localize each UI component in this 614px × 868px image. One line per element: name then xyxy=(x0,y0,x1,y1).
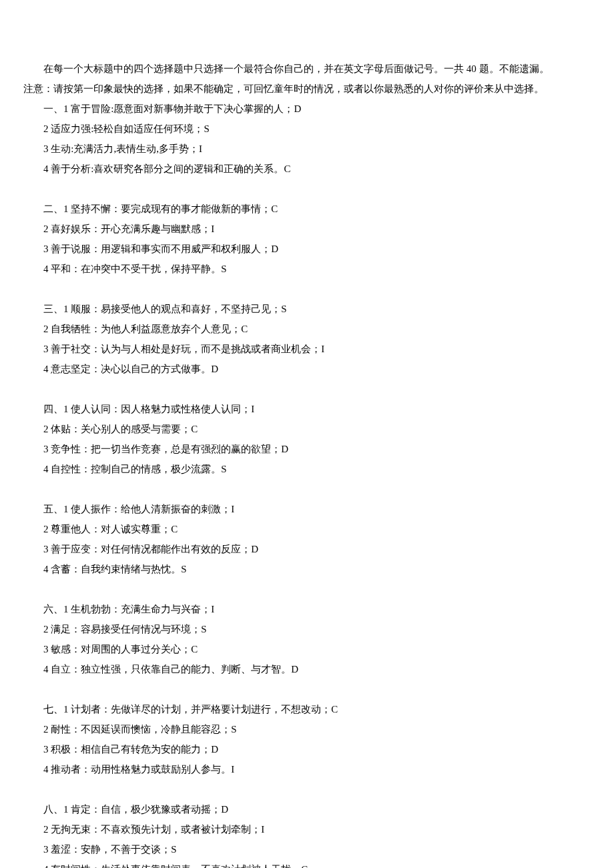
question-group-3: 三、1 顺服：易接受他人的观点和喜好，不坚持己见；S 2 自我牺牲：为他人利益愿… xyxy=(23,299,591,379)
option-text: 4 含蓄：自我约束情绪与热忱。S xyxy=(23,559,591,579)
option-text: 3 善于说服：用逻辑和事实而不用威严和权利服人；D xyxy=(23,239,591,259)
group-separator xyxy=(23,379,591,399)
intro-line-1: 在每一个大标题中的四个选择题中只选择一个最符合你自己的，并在英文字母后面做记号。… xyxy=(23,59,591,79)
option-text: 4 自控性：控制自己的情感，极少流露。S xyxy=(23,459,591,479)
option-text: 七、1 计划者：先做详尽的计划，并严格要计划进行，不想改动；C xyxy=(23,699,591,719)
option-text: 4 有时间性：生活处事依靠时间表，不喜欢计划被人干扰。C xyxy=(23,859,591,868)
option-text: 八、1 肯定：自信，极少犹豫或者动摇；D xyxy=(23,799,591,819)
question-group-4: 四、1 使人认同：因人格魅力或性格使人认同；I 2 体贴：关心别人的感受与需要；… xyxy=(23,399,591,479)
option-text: 3 生动:充满活力,表情生动,多手势；I xyxy=(23,139,591,159)
option-text: 4 善于分析:喜欢研究各部分之间的逻辑和正确的关系。C xyxy=(23,159,591,179)
option-text: 3 善于社交：认为与人相处是好玩，而不是挑战或者商业机会；I xyxy=(23,339,591,359)
option-text: 2 自我牺牲：为他人利益愿意放弃个人意见；C xyxy=(23,319,591,339)
option-text: 2 耐性：不因延误而懊恼，冷静且能容忍；S xyxy=(23,719,591,739)
option-text: 4 平和：在冲突中不受干扰，保持平静。S xyxy=(23,259,591,279)
option-text: 六、1 生机勃勃：充满生命力与兴奋；I xyxy=(23,599,591,619)
option-text: 四、1 使人认同：因人格魅力或性格使人认同；I xyxy=(23,399,591,419)
option-text: 2 无拘无束：不喜欢预先计划，或者被计划牵制；I xyxy=(23,819,591,839)
group-separator xyxy=(23,279,591,299)
option-text: 三、1 顺服：易接受他人的观点和喜好，不坚持己见；S xyxy=(23,299,591,319)
option-text: 3 竞争性：把一切当作竞赛，总是有强烈的赢的欲望；D xyxy=(23,439,591,459)
question-group-7: 七、1 计划者：先做详尽的计划，并严格要计划进行，不想改动；C 2 耐性：不因延… xyxy=(23,699,591,779)
group-separator xyxy=(23,479,591,499)
option-text: 一、1 富于冒险:愿意面对新事物并敢于下决心掌握的人；D xyxy=(23,99,591,119)
option-text: 4 推动者：动用性格魅力或鼓励别人参与。I xyxy=(23,759,591,779)
question-group-8: 八、1 肯定：自信，极少犹豫或者动摇；D 2 无拘无束：不喜欢预先计划，或者被计… xyxy=(23,799,591,868)
option-text: 3 善于应变：对任何情况都能作出有效的反应；D xyxy=(23,539,591,559)
option-text: 2 满足：容易接受任何情况与环境；S xyxy=(23,619,591,639)
option-text: 五、1 使人振作：给他人清新振奋的刺激；I xyxy=(23,499,591,519)
option-text: 二、1 坚持不懈：要完成现有的事才能做新的事情；C xyxy=(23,199,591,219)
group-separator xyxy=(23,179,591,199)
group-separator xyxy=(23,579,591,599)
option-text: 4 意志坚定：决心以自己的方式做事。D xyxy=(23,359,591,379)
option-text: 3 羞涩：安静，不善于交谈；S xyxy=(23,839,591,859)
group-separator xyxy=(23,779,591,799)
option-text: 2 体贴：关心别人的感受与需要；C xyxy=(23,419,591,439)
option-text: 4 自立：独立性强，只依靠自己的能力、判断、与才智。D xyxy=(23,659,591,679)
document-page: 在每一个大标题中的四个选择题中只选择一个最符合你自己的，并在英文字母后面做记号。… xyxy=(0,0,614,868)
option-text: 2 适应力强:轻松自如适应任何环境；S xyxy=(23,119,591,139)
question-group-6: 六、1 生机勃勃：充满生命力与兴奋；I 2 满足：容易接受任何情况与环境；S 3… xyxy=(23,599,591,679)
question-group-2: 二、1 坚持不懈：要完成现有的事才能做新的事情；C 2 喜好娱乐：开心充满乐趣与… xyxy=(23,199,591,279)
option-text: 2 喜好娱乐：开心充满乐趣与幽默感；I xyxy=(23,219,591,239)
intro-line-2: 注意：请按第一印象最快的选择，如果不能确定，可回忆童年时的情况，或者以你最熟悉的… xyxy=(23,79,591,99)
option-text: 3 敏感：对周围的人事过分关心；C xyxy=(23,639,591,659)
question-group-5: 五、1 使人振作：给他人清新振奋的刺激；I 2 尊重他人：对人诚实尊重；C 3 … xyxy=(23,499,591,579)
option-text: 2 尊重他人：对人诚实尊重；C xyxy=(23,519,591,539)
group-separator xyxy=(23,679,591,699)
option-text: 3 积极：相信自己有转危为安的能力；D xyxy=(23,739,591,759)
question-group-1: 一、1 富于冒险:愿意面对新事物并敢于下决心掌握的人；D 2 适应力强:轻松自如… xyxy=(23,99,591,179)
